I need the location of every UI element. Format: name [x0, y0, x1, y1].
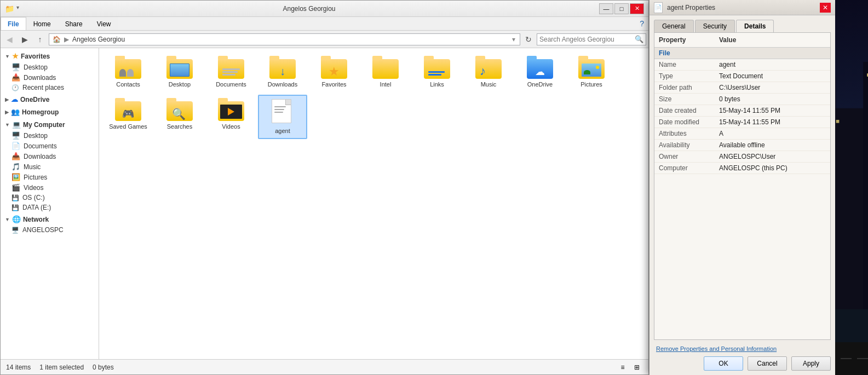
sidebar-header-mycomputer[interactable]: ▼ 💻 My Computer [1, 119, 99, 130]
label-availability: Availability [654, 140, 715, 151]
mycomputer-label: My Computer [23, 121, 65, 129]
search-input[interactable] [539, 36, 635, 43]
dialog-tabs: General Security Details [649, 15, 835, 32]
tab-view[interactable]: View [90, 17, 118, 30]
sidebar-item-datae[interactable]: 💾 DATA (E:) [1, 203, 99, 212]
folder-intel[interactable]: Intel [361, 53, 410, 93]
background-top [835, 0, 868, 309]
sidebar-item-osc[interactable]: 💾 OS (C:) [1, 193, 99, 203]
apply-button[interactable]: Apply [791, 356, 831, 371]
svg-rect-8 [863, 62, 868, 309]
tab-home[interactable]: Home [26, 17, 58, 30]
dialog-close-button[interactable]: ✕ [820, 3, 831, 13]
sidebar-item-recent[interactable]: 🕐 Recent places [1, 83, 99, 93]
folder-documents[interactable]: Documents [206, 53, 256, 93]
tab-general[interactable]: General [654, 20, 694, 32]
searches-label: Searches [167, 123, 192, 130]
tab-file[interactable]: File [1, 17, 26, 30]
label-type: Type [654, 71, 715, 82]
remove-properties-link[interactable]: Remove Properties and Personal Informati… [654, 344, 831, 353]
maximize-button[interactable]: □ [614, 3, 629, 14]
sidebar-item-desktop-comp[interactable]: 🖥️ Desktop [1, 130, 99, 141]
list-view-button[interactable]: ≡ [617, 362, 629, 372]
value-folderpath: C:\Users\User [715, 82, 830, 94]
value-attributes: A [715, 128, 830, 140]
osc-icon: 💾 [12, 194, 19, 201]
forward-button[interactable]: ▶ [18, 33, 31, 46]
ribbon-tabs: File Home Share View ? [1, 17, 648, 30]
address-bar: ◀ ▶ ↑ 🏠 ▶ Angelos Georgiou ▾ ↻ 🔍 [1, 31, 648, 48]
ribbon: File Home Share View ? [1, 17, 648, 31]
file-size: 0 bytes [93, 364, 114, 371]
sidebar-item-documents-comp[interactable]: 📄 Documents [1, 141, 99, 151]
videos-comp-icon: 🎬 [12, 183, 20, 192]
value-name: agent [715, 59, 830, 71]
sidebar-section-homegroup: ▶ 👥 Homegroup [1, 106, 99, 118]
ok-button[interactable]: OK [704, 356, 743, 371]
prop-row-attributes: Attributes A [654, 128, 830, 140]
prop-row-datemodified: Date modified 15-May-14 11:55 PM [654, 117, 830, 128]
minimize-button[interactable]: — [599, 3, 613, 14]
main-area: ▼ ★ Favorites 🖥️ Desktop 📥 Downloads 🕐 R… [1, 48, 648, 359]
tile-view-button[interactable]: ⊞ [631, 362, 643, 372]
folder-favorites[interactable]: ★ Favorites [309, 53, 359, 93]
search-box[interactable]: 🔍 [537, 33, 646, 45]
folder-videos[interactable]: Videos [206, 95, 256, 139]
file-agent[interactable]: agent [258, 95, 307, 139]
back-button[interactable]: ◀ [3, 33, 16, 46]
folder-music[interactable]: ♪ Music [464, 53, 513, 93]
prop-row-availability: Availability Available offline [654, 140, 830, 151]
folder-onedrive[interactable]: ☁ OneDrive [515, 53, 565, 93]
label-owner: Owner [654, 151, 715, 163]
title-bar: 📁 ▾ Angelos Georgiou — □ ✕ [1, 1, 648, 17]
recent-folder-icon: 🕐 [12, 84, 19, 91]
contacts-label: Contacts [116, 81, 140, 88]
value-header: Value [719, 36, 736, 44]
dialog-footer: Remove Properties and Personal Informati… [649, 340, 835, 375]
sidebar-item-pictures-comp[interactable]: 🖼️ Pictures [1, 172, 99, 182]
sidebar-header-network[interactable]: ▼ 🌐 Network [1, 214, 99, 225]
prop-row-computer: Computer ANGELOSPC (this PC) [654, 163, 830, 174]
sidebar-section-network: ▼ 🌐 Network 🖥️ ANGELOSPC [1, 214, 99, 235]
folder-pictures[interactable]: Pictures [567, 53, 616, 93]
address-path[interactable]: 🏠 ▶ Angelos Georgiou ▾ [49, 33, 520, 45]
folder-contacts[interactable]: Contacts [104, 53, 153, 93]
status-right: ≡ ⊞ [617, 362, 643, 372]
value-size: 0 bytes [715, 94, 830, 105]
value-type: Text Document [715, 71, 830, 82]
cancel-button[interactable]: Cancel [748, 356, 787, 371]
window-controls: — □ ✕ [599, 3, 644, 14]
value-availability: Available offline [715, 140, 830, 151]
folder-desktop[interactable]: Desktop [155, 53, 204, 93]
onedrive-label-item: OneDrive [527, 81, 553, 88]
sidebar-item-angelospc[interactable]: 🖥️ ANGELOSPC [1, 225, 99, 235]
music-label: Music [481, 81, 497, 88]
homegroup-label: Homegroup [22, 108, 59, 116]
sidebar-item-desktop[interactable]: 🖥️ Desktop [1, 62, 99, 72]
sidebar-item-videos-comp[interactable]: 🎬 Videos [1, 182, 99, 193]
refresh-button[interactable]: ↻ [522, 33, 534, 45]
value-datecreated: 15-May-14 11:55 PM [715, 105, 830, 117]
up-button[interactable]: ↑ [33, 33, 47, 46]
tab-share[interactable]: Share [58, 17, 90, 30]
window-title: Angelos Georgiou [19, 5, 599, 13]
folder-searches[interactable]: 🔍 Searches [155, 95, 204, 139]
close-button[interactable]: ✕ [630, 3, 644, 14]
tab-security[interactable]: Security [695, 20, 735, 32]
sidebar-header-homegroup[interactable]: ▶ 👥 Homegroup [1, 106, 99, 118]
folder-savedgames[interactable]: 🎮 Saved Games [104, 95, 153, 139]
datae-icon: 💾 [12, 204, 19, 211]
network-label: Network [23, 216, 49, 223]
sidebar-item-downloads[interactable]: 📥 Downloads [1, 72, 99, 83]
content-grid: Contacts Desktop [104, 53, 644, 139]
folder-links[interactable]: Links [412, 53, 462, 93]
sidebar-header-onedrive[interactable]: ▶ ☁ OneDrive [1, 94, 99, 105]
tab-details[interactable]: Details [736, 20, 774, 32]
folder-downloads[interactable]: ↓ Downloads [258, 53, 307, 93]
sidebar-item-downloads-comp[interactable]: 📥 Downloads [1, 151, 99, 161]
sidebar-item-music-comp[interactable]: 🎵 Music [1, 161, 99, 172]
dialog-title-bar: 📄 agent Properties ✕ [649, 0, 835, 15]
help-icon[interactable]: ? [635, 17, 648, 30]
sidebar-header-favorites[interactable]: ▼ ★ Favorites [1, 50, 99, 62]
path-text: Angelos Georgiou [72, 36, 125, 43]
